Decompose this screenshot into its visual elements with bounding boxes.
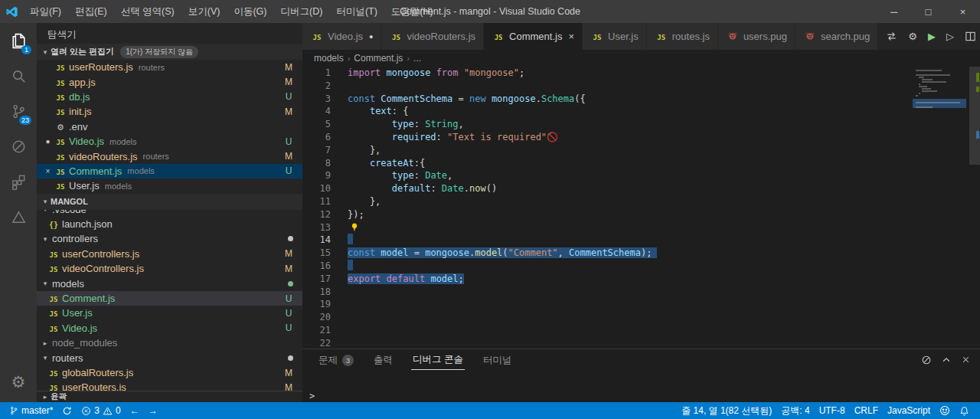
line-content[interactable]: const CommentSchema = new mongoose.Schem…	[331, 93, 586, 106]
line-content[interactable]: const model = mongoose.model("Comment", …	[331, 247, 657, 260]
line-number[interactable]: 15	[302, 247, 331, 260]
line-content[interactable]: text: {	[331, 105, 409, 118]
line-content[interactable]	[331, 286, 348, 299]
line-number[interactable]: 1	[302, 67, 331, 80]
settings-gear-button[interactable]: ⚙	[0, 367, 37, 398]
line-number[interactable]: 22	[302, 337, 331, 349]
lightbulb-icon[interactable]	[350, 221, 362, 233]
code-line-19[interactable]: 19	[302, 298, 980, 311]
line-number[interactable]: 7	[302, 144, 331, 157]
code-line-22[interactable]: 22	[302, 337, 980, 349]
line-content[interactable]: export default model;	[331, 273, 464, 286]
activity-explorer[interactable]: 1	[0, 23, 37, 58]
activity-extensions[interactable]	[0, 164, 37, 199]
close-panel-icon[interactable]	[961, 355, 971, 365]
tree-file-Video.js[interactable]: JS Video.js U	[37, 321, 302, 336]
nav-back-button[interactable]: ←	[126, 402, 144, 419]
dirty-indicator-icon[interactable]: ●	[369, 33, 373, 41]
line-number[interactable]: 17	[302, 273, 331, 286]
line-number[interactable]: 18	[302, 286, 331, 299]
code-line-4[interactable]: 4 text: {	[302, 105, 980, 118]
menu-선택 영역(S)[interactable]: 선택 영역(S)	[114, 5, 181, 18]
line-number[interactable]: 6	[302, 131, 331, 144]
open-editor-init.js[interactable]: JS init.js M	[37, 104, 302, 119]
line-content[interactable]	[331, 337, 348, 349]
code-line-21[interactable]: 21	[302, 324, 980, 337]
encoding-status[interactable]: UTF-8	[815, 402, 850, 419]
line-content[interactable]	[331, 260, 353, 273]
code-line-20[interactable]: 20	[302, 311, 980, 324]
start-debug-icon[interactable]: ▶	[928, 31, 936, 42]
line-content[interactable]: createAt:{	[331, 157, 425, 170]
tree-folder-node_modules[interactable]: ▸ node_modules	[37, 336, 302, 350]
activity-debug[interactable]	[0, 129, 37, 164]
line-number[interactable]: 10	[302, 182, 331, 195]
code-line-12[interactable]: 12 });	[302, 208, 980, 221]
line-number[interactable]: 14	[302, 234, 331, 247]
tab-Video.js[interactable]: JS Video.js ●	[302, 23, 381, 50]
line-content[interactable]: type: String,	[331, 118, 464, 131]
tree-file-userControllers.js[interactable]: JS userControllers.js M	[37, 247, 302, 261]
close-button[interactable]: ×	[946, 0, 980, 23]
panel-tab-디버그 콘솔[interactable]: 디버그 콘솔	[411, 349, 465, 370]
line-number[interactable]: 19	[302, 298, 331, 311]
breadcrumb-item[interactable]: Comment.js	[354, 53, 403, 64]
line-number[interactable]: 16	[302, 260, 331, 273]
code-line-8[interactable]: 8 createAt:{	[302, 157, 980, 170]
minimap[interactable]	[913, 67, 969, 349]
outline-section-header[interactable]: ▸ 윤곽	[37, 391, 302, 402]
close-icon[interactable]: ×	[568, 31, 574, 42]
dirty-indicator-icon[interactable]: ●	[42, 137, 54, 146]
activity-source-control[interactable]: 23	[0, 93, 37, 129]
open-editor-Comment.js[interactable]: × JS Comment.js models U	[37, 164, 302, 178]
git-branch-status[interactable]: master*	[5, 402, 57, 419]
line-number[interactable]: 4	[302, 105, 331, 118]
open-editor-app.js[interactable]: JS app.js M	[37, 74, 302, 89]
code-line-9[interactable]: 9 type: Date,	[302, 169, 980, 182]
line-number[interactable]: 21	[302, 324, 331, 337]
code-line-16[interactable]: 16	[302, 260, 980, 273]
tab-videoRouters.js[interactable]: JS videoRouters.js	[381, 23, 484, 50]
clear-console-icon[interactable]	[921, 355, 932, 365]
line-content[interactable]: default: Date.now()	[331, 182, 497, 195]
toggle-preview-icon[interactable]	[886, 31, 897, 42]
activity-search[interactable]	[0, 58, 37, 93]
menu-디버그(D)[interactable]: 디버그(D)	[274, 5, 330, 18]
tree-folder-controllers[interactable]: ▾ controllers	[37, 231, 302, 246]
line-number[interactable]: 2	[302, 80, 331, 93]
code-line-10[interactable]: 10 default: Date.now()	[302, 182, 980, 195]
line-number[interactable]: 12	[302, 208, 331, 221]
tree-folder-models[interactable]: ▾ models	[37, 276, 302, 290]
menu-파일(F)[interactable]: 파일(F)	[23, 5, 68, 18]
menu-보기(V)[interactable]: 보기(V)	[181, 5, 227, 18]
line-content[interactable]: required: "Text is required"🚫	[331, 131, 558, 144]
code-line-7[interactable]: 7 },	[302, 144, 980, 157]
tab-Comment.js[interactable]: JS Comment.js ×	[484, 23, 583, 50]
breadcrumb-item[interactable]: models	[314, 53, 344, 64]
settings-gear-icon[interactable]: ⚙	[908, 31, 917, 42]
line-number[interactable]: 13	[302, 221, 331, 234]
tree-file-User.js[interactable]: JS User.js U	[37, 306, 302, 320]
breadcrumb-item[interactable]: ...	[413, 53, 421, 64]
activity-custom-tool[interactable]	[0, 199, 37, 234]
code-line-1[interactable]: 1 import mongoose from "mongoose";	[302, 67, 980, 80]
indentation-status[interactable]: 공백: 4	[776, 402, 814, 419]
line-content[interactable]: });	[331, 208, 364, 221]
code-line-13[interactable]: 13	[302, 221, 980, 234]
code-editor[interactable]: 1 import mongoose from "mongoose"; 2 3 c…	[302, 67, 980, 349]
tree-file-Comment.js[interactable]: JS Comment.js U	[37, 291, 302, 306]
tab-User.js[interactable]: JS User.js	[583, 23, 647, 50]
feedback-button[interactable]	[935, 402, 955, 419]
debug-console-output[interactable]	[302, 370, 980, 389]
maximize-panel-icon[interactable]	[941, 355, 952, 365]
code-line-15[interactable]: 15 const model = mongoose.model("Comment…	[302, 247, 980, 260]
tab-routes.js[interactable]: JS routes.js	[647, 23, 718, 50]
code-line-6[interactable]: 6 required: "Text is required"🚫	[302, 131, 980, 144]
line-content[interactable]	[331, 298, 348, 311]
tree-folder-routers[interactable]: ▾ routers	[37, 350, 302, 365]
editor-scrollbar[interactable]	[969, 67, 980, 349]
line-number[interactable]: 9	[302, 169, 331, 182]
open-editor-Video.js[interactable]: ● JS Video.js models U	[37, 134, 302, 149]
open-editor-User.js[interactable]: JS User.js models	[37, 178, 302, 193]
code-line-18[interactable]: 18	[302, 286, 980, 299]
